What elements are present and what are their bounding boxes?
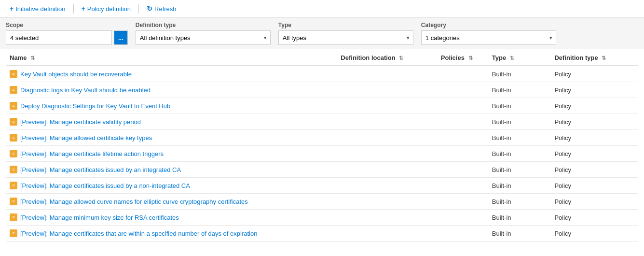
definition-type-label: Definition type: [136, 22, 271, 28]
policy-table: Name ⇅ Definition location ⇅ Policies ⇅ …: [6, 49, 638, 242]
filters-bar: Scope ... Definition type All definition…: [0, 18, 644, 49]
col-header-deftype[interactable]: Definition type ⇅: [550, 49, 638, 66]
defloc-cell: [337, 146, 437, 162]
type-cell: Built-in: [488, 66, 551, 82]
name-cell: ≡[Preview]: Manage minimum key size for …: [6, 210, 337, 226]
name-cell: ≡[Preview]: Manage certificates that are…: [6, 226, 337, 242]
policy-icon: ≡: [10, 134, 17, 142]
defloc-cell: [337, 226, 437, 242]
defloc-cell: [337, 98, 437, 114]
type-cell: Built-in: [488, 98, 551, 114]
policy-icon: ≡: [10, 213, 17, 221]
type-cell: Built-in: [488, 162, 551, 178]
table-row: ≡[Preview]: Manage certificate validity …: [6, 114, 638, 130]
policy-icon: ≡: [10, 86, 17, 94]
col-name-label: Name: [10, 54, 27, 61]
table-row: ≡[Preview]: Manage allowed curve names f…: [6, 194, 638, 210]
defloc-cell: [337, 178, 437, 194]
col-defloc-label: Definition location: [341, 54, 395, 61]
category-filter-group: Category 1 categories: [421, 22, 556, 45]
policy-icon: ≡: [10, 229, 17, 237]
name-cell-inner: ≡[Preview]: Manage certificates issued b…: [10, 182, 333, 189]
col-deftype-label: Definition type: [554, 54, 598, 61]
type-cell: Built-in: [488, 194, 551, 210]
policy-name-link[interactable]: Diagnostic logs in Key Vault should be e…: [20, 86, 151, 94]
policy-name-link[interactable]: [Preview]: Manage certificate validity p…: [20, 118, 141, 126]
col-header-policies[interactable]: Policies ⇅: [437, 49, 488, 66]
deftype-cell: Policy: [550, 194, 638, 210]
policy-name-link[interactable]: [Preview]: Manage certificates issued by…: [20, 166, 181, 173]
name-cell: ≡[Preview]: Manage allowed curve names f…: [6, 194, 337, 210]
policies-cell: [437, 66, 488, 82]
table-header: Name ⇅ Definition location ⇅ Policies ⇅ …: [6, 49, 638, 66]
name-cell-inner: ≡Deploy Diagnostic Settings for Key Vaul…: [10, 102, 333, 110]
policy-name-link[interactable]: [Preview]: Manage allowed curve names fo…: [20, 198, 248, 205]
refresh-button[interactable]: ↻ Refresh: [143, 3, 180, 14]
scope-input[interactable]: [6, 30, 112, 45]
sort-icon-deftype: ⇅: [602, 55, 606, 61]
policy-name-link[interactable]: [Preview]: Manage certificates issued by…: [20, 182, 190, 189]
name-cell-inner: ≡[Preview]: Manage allowed certificate k…: [10, 134, 333, 142]
table-row: ≡[Preview]: Manage certificates issued b…: [6, 162, 638, 178]
scope-dots-button[interactable]: ...: [114, 30, 128, 45]
policy-icon: ≡: [10, 150, 17, 157]
toolbar: + Initiative definition + Policy definit…: [0, 0, 644, 18]
type-cell: Built-in: [488, 82, 551, 98]
initiative-definition-button[interactable]: + Initiative definition: [6, 3, 69, 14]
policies-cell: [437, 114, 488, 130]
policy-icon: ≡: [10, 182, 17, 189]
table-row: ≡[Preview]: Manage certificates issued b…: [6, 178, 638, 194]
name-cell: ≡Deploy Diagnostic Settings for Key Vaul…: [6, 98, 337, 114]
name-cell-inner: ≡[Preview]: Manage certificates that are…: [10, 229, 333, 237]
policy-name-link[interactable]: [Preview]: Manage certificates that are …: [20, 230, 257, 237]
toolbar-divider-1: [73, 4, 74, 14]
deftype-cell: Policy: [550, 66, 638, 82]
table-row: ≡Diagnostic logs in Key Vault should be …: [6, 82, 638, 98]
definition-type-select[interactable]: All definition types: [136, 30, 271, 45]
name-cell: ≡Key Vault objects should be recoverable: [6, 66, 337, 82]
policies-cell: [437, 130, 488, 146]
col-header-defloc[interactable]: Definition location ⇅: [337, 49, 437, 66]
policy-name-link[interactable]: [Preview]: Manage minimum key size for R…: [20, 214, 179, 221]
table-row: ≡[Preview]: Manage certificate lifetime …: [6, 146, 638, 162]
name-cell: ≡[Preview]: Manage allowed certificate k…: [6, 130, 337, 146]
policies-cell: [437, 226, 488, 242]
policy-name-link[interactable]: [Preview]: Manage certificate lifetime a…: [20, 150, 164, 157]
col-header-type[interactable]: Type ⇅: [488, 49, 551, 66]
deftype-cell: Policy: [550, 226, 638, 242]
policy-icon: ≡: [10, 166, 17, 173]
defloc-cell: [337, 114, 437, 130]
policy-icon: ≡: [10, 102, 17, 110]
name-cell-inner: ≡[Preview]: Manage certificate lifetime …: [10, 150, 333, 157]
initiative-definition-label: Initiative definition: [15, 5, 65, 13]
col-header-name[interactable]: Name ⇅: [6, 49, 337, 66]
type-cell: Built-in: [488, 178, 551, 194]
policy-name-link[interactable]: Deploy Diagnostic Settings for Key Vault…: [20, 102, 170, 110]
scope-filter-group: Scope ...: [6, 22, 128, 45]
name-cell: ≡[Preview]: Manage certificates issued b…: [6, 178, 337, 194]
policies-cell: [437, 162, 488, 178]
type-cell: Built-in: [488, 146, 551, 162]
plus-icon-2: +: [82, 5, 85, 13]
deftype-cell: Policy: [550, 82, 638, 98]
policies-cell: [437, 178, 488, 194]
defloc-cell: [337, 130, 437, 146]
policy-icon: ≡: [10, 70, 17, 78]
name-cell-inner: ≡Diagnostic logs in Key Vault should be …: [10, 86, 333, 94]
category-select[interactable]: 1 categories: [421, 30, 556, 45]
toolbar-divider-2: [138, 4, 139, 14]
type-select[interactable]: All types: [278, 30, 413, 45]
name-cell: ≡Diagnostic logs in Key Vault should be …: [6, 82, 337, 98]
definition-type-filter-group: Definition type All definition types: [136, 22, 271, 45]
table-row: ≡Deploy Diagnostic Settings for Key Vaul…: [6, 98, 638, 114]
policies-cell: [437, 82, 488, 98]
scope-input-row: ...: [6, 30, 128, 45]
policy-name-link[interactable]: [Preview]: Manage allowed certificate ke…: [20, 134, 152, 142]
policy-name-link[interactable]: Key Vault objects should be recoverable: [20, 71, 132, 78]
deftype-cell: Policy: [550, 210, 638, 226]
defloc-cell: [337, 194, 437, 210]
policy-definition-button[interactable]: + Policy definition: [78, 3, 135, 14]
sort-icon-type: ⇅: [510, 55, 514, 61]
category-label: Category: [421, 22, 556, 28]
defloc-cell: [337, 82, 437, 98]
